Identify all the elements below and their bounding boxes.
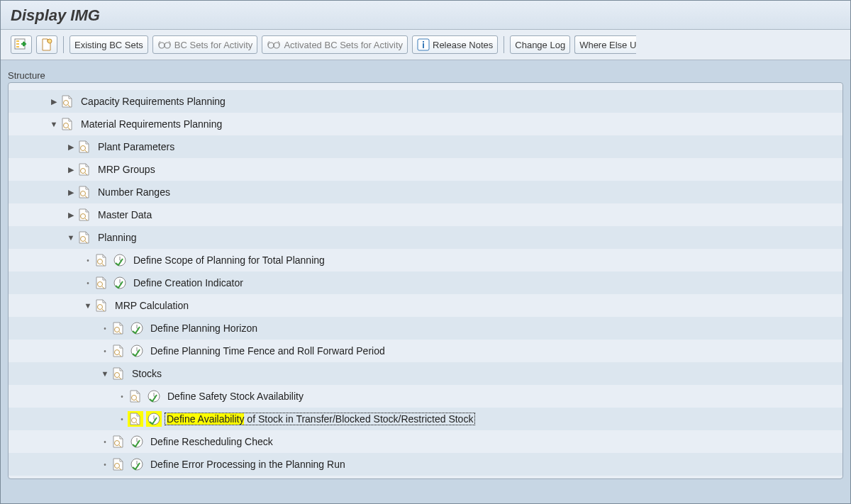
page-title: Display IMG bbox=[11, 6, 840, 25]
toolbar-area: Existing BC Sets BC Sets for Activity bbox=[1, 30, 850, 60]
existing-bc-sets-button[interactable]: Existing BC Sets bbox=[69, 35, 148, 54]
highlight-span: Define Availability bbox=[167, 413, 244, 425]
separator bbox=[63, 36, 64, 53]
svg-rect-10 bbox=[423, 41, 424, 43]
node-label: Define Safety Stock Availability bbox=[165, 391, 304, 402]
bullet-icon: • bbox=[82, 254, 94, 266]
node-label: Master Data bbox=[95, 209, 152, 220]
change-log-button[interactable]: Change Log bbox=[510, 35, 570, 54]
svg-rect-2 bbox=[16, 43, 19, 45]
tree-node-number-ranges[interactable]: ▶ Number Ranges bbox=[9, 181, 842, 203]
doc-icon bbox=[77, 230, 92, 245]
doc-icon bbox=[77, 139, 92, 155]
bc-sets-for-activity-button[interactable]: BC Sets for Activity bbox=[152, 35, 258, 54]
collapse-icon[interactable]: ▼ bbox=[82, 300, 94, 311]
info-icon bbox=[417, 38, 430, 51]
tree-node-define-availability-stock[interactable]: • Define Availability of Stock in Transf… bbox=[9, 408, 842, 430]
document-button[interactable] bbox=[36, 35, 57, 54]
node-label: Define Planning Time Fence and Roll Forw… bbox=[148, 345, 385, 357]
activity-icon[interactable] bbox=[129, 457, 145, 472]
expand-icon[interactable]: ▶ bbox=[65, 164, 77, 175]
button-label: BC Sets for Activity bbox=[174, 40, 253, 50]
node-label: Define Planning Horizon bbox=[148, 323, 257, 334]
bullet-icon: • bbox=[99, 345, 111, 357]
tree-node-mrp-groups[interactable]: ▶ MRP Groups bbox=[9, 158, 842, 181]
doc-icon bbox=[111, 366, 126, 381]
glasses-icon bbox=[157, 40, 172, 50]
tree-node-capacity-req-planning[interactable]: ▶ Capacity Requirements Planning bbox=[9, 90, 842, 113]
node-label: Stocks bbox=[129, 368, 162, 379]
activity-icon[interactable] bbox=[129, 434, 145, 449]
button-label: Existing BC Sets bbox=[74, 40, 143, 50]
tree-node-define-safety-stock[interactable]: • Define Safety Stock Availability bbox=[9, 385, 842, 408]
tree-node-planning[interactable]: ▼ Planning bbox=[9, 226, 842, 249]
expand-subtree-button[interactable] bbox=[11, 35, 32, 54]
tree-node-plant-parameters[interactable]: ▶ Plant Parameters bbox=[9, 135, 842, 158]
expand-icon[interactable]: ▶ bbox=[65, 209, 77, 220]
tree-node-define-error-processing[interactable]: • Define Error Processing in the Plannin… bbox=[9, 453, 842, 476]
doc-icon bbox=[128, 411, 143, 427]
button-label: Activated BC Sets for Activity bbox=[284, 40, 403, 50]
bullet-icon: • bbox=[99, 459, 111, 470]
node-label: Capacity Requirements Planning bbox=[78, 96, 226, 107]
node-label: Define Error Processing in the Planning … bbox=[148, 459, 345, 470]
activity-icon[interactable] bbox=[129, 343, 145, 359]
section-label: Structure bbox=[1, 67, 850, 84]
title-bar: Display IMG bbox=[1, 1, 850, 30]
doc-icon bbox=[111, 457, 126, 472]
doc-icon bbox=[111, 320, 126, 336]
activated-bc-sets-button[interactable]: Activated BC Sets for Activity bbox=[262, 35, 408, 54]
tree-container: ▶ Capacity Requirements Planning ▼ Mater… bbox=[8, 82, 843, 479]
collapse-icon[interactable]: ▼ bbox=[48, 118, 60, 130]
svg-rect-11 bbox=[423, 43, 424, 48]
node-label: Plant Parameters bbox=[95, 141, 174, 152]
separator bbox=[504, 36, 504, 53]
svg-point-6 bbox=[165, 43, 170, 48]
document-new-icon bbox=[40, 38, 53, 51]
tree-node-stocks[interactable]: ▼ Stocks bbox=[9, 362, 842, 385]
tree-node-mrp-calculation[interactable]: ▼ MRP Calculation bbox=[9, 294, 842, 317]
tree-node-define-time-fence[interactable]: • Define Planning Time Fence and Roll Fo… bbox=[9, 340, 842, 362]
bullet-icon: • bbox=[116, 413, 128, 425]
toolbar: Existing BC Sets BC Sets for Activity bbox=[1, 35, 850, 54]
collapse-icon[interactable]: ▼ bbox=[99, 368, 111, 379]
expand-icon[interactable]: ▶ bbox=[48, 96, 60, 107]
activity-icon[interactable] bbox=[112, 275, 128, 291]
doc-icon bbox=[77, 162, 92, 177]
doc-icon bbox=[94, 275, 109, 291]
tree-node-material-req-planning[interactable]: ▼ Material Requirements Planning bbox=[9, 113, 842, 135]
svg-rect-1 bbox=[16, 40, 19, 42]
activity-icon[interactable] bbox=[146, 411, 162, 427]
activity-icon[interactable] bbox=[129, 320, 145, 336]
bullet-icon: • bbox=[99, 436, 111, 447]
node-label-selected: Define Availability of Stock in Transfer… bbox=[165, 413, 475, 425]
expand-icon[interactable]: ▶ bbox=[65, 186, 77, 198]
node-label: Number Ranges bbox=[95, 186, 170, 198]
collapse-icon[interactable]: ▼ bbox=[65, 232, 77, 243]
node-label: Planning bbox=[95, 232, 137, 243]
rest-span: of Stock in Transfer/Blocked Stock/Restr… bbox=[244, 413, 473, 425]
button-label: Release Notes bbox=[433, 40, 493, 50]
button-label: Where Else U bbox=[579, 40, 636, 50]
bullet-icon: • bbox=[99, 323, 111, 334]
expand-icon[interactable]: ▶ bbox=[65, 141, 77, 152]
tree-node-define-rescheduling-check[interactable]: • Define Rescheduling Check bbox=[9, 430, 842, 453]
release-notes-button[interactable]: Release Notes bbox=[412, 35, 498, 54]
doc-icon bbox=[60, 94, 75, 109]
svg-point-5 bbox=[159, 43, 165, 48]
glasses-icon bbox=[267, 40, 281, 50]
img-tree: ▶ Capacity Requirements Planning ▼ Mater… bbox=[9, 90, 842, 476]
activity-icon[interactable] bbox=[146, 388, 162, 404]
doc-icon bbox=[60, 116, 75, 132]
tree-node-define-scope[interactable]: • Define Scope of Planning for Total Pla… bbox=[9, 249, 842, 271]
tree-node-define-planning-horizon[interactable]: • Define Planning Horizon bbox=[9, 317, 842, 340]
node-label: Define Rescheduling Check bbox=[148, 436, 273, 447]
tree-node-define-creation-indicator[interactable]: • Define Creation Indicator bbox=[9, 271, 842, 294]
button-label: Change Log bbox=[515, 40, 565, 50]
where-else-used-button[interactable]: Where Else U bbox=[574, 35, 636, 54]
bullet-icon: • bbox=[116, 391, 128, 402]
doc-icon bbox=[111, 434, 126, 449]
tree-node-master-data[interactable]: ▶ Master Data bbox=[9, 203, 842, 226]
activity-icon[interactable] bbox=[112, 252, 128, 268]
node-label: Material Requirements Planning bbox=[78, 118, 222, 130]
